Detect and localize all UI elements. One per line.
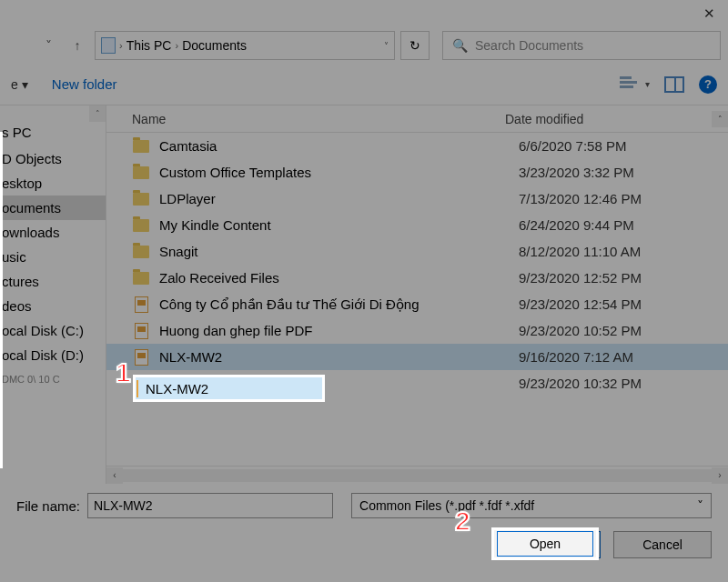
preview-pane-button[interactable]: [664, 76, 684, 93]
file-date: 6/6/2020 7:58 PM: [519, 138, 728, 154]
scroll-track[interactable]: [123, 469, 712, 482]
scroll-left-icon[interactable]: ‹: [106, 467, 123, 484]
search-placeholder: Search Documents: [475, 38, 583, 53]
file-name: NLX-MW2: [159, 349, 519, 365]
sidebar-item[interactable]: s PC: [0, 120, 106, 145]
pdf-file-icon: [136, 380, 138, 397]
filename-input[interactable]: [87, 493, 333, 518]
file-date: 9/16/2020 7:12 AM: [519, 349, 728, 365]
list-view-icon: [620, 76, 640, 93]
file-date: 3/23/2020 3:32 PM: [519, 165, 728, 180]
sidebar-item-cut: DMC 0\ 10 C: [0, 369, 106, 389]
file-date: 9/23/2020 10:52 PM: [519, 323, 728, 338]
help-button[interactable]: ?: [699, 75, 717, 94]
cancel-button[interactable]: Cancel: [613, 531, 712, 558]
file-date: 9/23/2020 12:52 PM: [519, 270, 728, 286]
address-bar-row: ˅ ↑ › This PC › Documents ˅ ↻ 🔍 Search D…: [0, 27, 728, 64]
sidebar-item[interactable]: deos: [0, 294, 106, 318]
list-item[interactable]: Custom Office Templates3/23/2020 3:32 PM: [106, 159, 728, 186]
crop-edge: [0, 132, 3, 468]
highlighted-open-button-overlay[interactable]: Open: [497, 531, 593, 557]
list-item[interactable]: Công ty Cổ phần Đầu tư Thế Giới Di Động9…: [106, 291, 728, 317]
file-name: TGDD: [159, 376, 519, 391]
file-name: Snagit: [159, 244, 519, 259]
highlighted-file-name: NLX-MW2: [146, 381, 208, 396]
chevron-down-icon: ▾: [22, 77, 28, 92]
file-type-label: Common Files (*.pdf *.fdf *.xfdf: [359, 498, 534, 513]
list-item[interactable]: Camtasia6/6/2020 7:58 PM: [106, 133, 728, 159]
file-name: Huong dan ghep file PDF: [159, 323, 519, 338]
scroll-right-icon[interactable]: ›: [712, 467, 728, 484]
navigation-sidebar[interactable]: ˄ s PCD Objectsesktopocumentsownloadsusi…: [0, 105, 106, 484]
chevron-down-icon: ˅: [697, 498, 703, 513]
search-icon: 🔍: [452, 38, 468, 53]
column-header-date[interactable]: Date modified: [505, 112, 712, 126]
horizontal-scrollbar[interactable]: ‹ ›: [106, 466, 728, 484]
file-name: Zalo Received Files: [159, 270, 519, 286]
file-rows: Camtasia6/6/2020 7:58 PMCustom Office Te…: [106, 133, 728, 466]
refresh-button[interactable]: ↻: [400, 31, 430, 60]
list-item[interactable]: My Kindle Content6/24/2020 9:44 PM: [106, 212, 728, 238]
folder-icon: [132, 138, 150, 155]
file-name: Camtasia: [159, 138, 519, 154]
pdf-file-icon: [132, 323, 150, 339]
new-folder-button[interactable]: New folder: [52, 76, 117, 92]
file-date: 6/24/2020 9:44 PM: [519, 217, 728, 233]
pdf-file-icon: [132, 296, 150, 313]
folder-icon: [132, 165, 150, 181]
nav-recent-dropdown[interactable]: ˅: [36, 34, 60, 57]
titlebar: ✕: [0, 0, 728, 27]
list-item[interactable]: Snagit8/12/2020 11:10 AM: [106, 238, 728, 265]
folder-icon: [132, 244, 150, 260]
file-name: Công ty Cổ phần Đầu tư Thế Giới Di Động: [159, 296, 519, 313]
content-scroll-up[interactable]: ˄: [712, 111, 728, 127]
sidebar-item[interactable]: usic: [0, 245, 106, 269]
file-name: Custom Office Templates: [159, 165, 519, 180]
sidebar-item[interactable]: ocal Disk (D:): [0, 343, 106, 367]
folder-icon: [132, 191, 150, 207]
sidebar-item[interactable]: esktop: [0, 171, 106, 196]
breadcrumb-dropdown-icon[interactable]: ˅: [384, 41, 389, 51]
sidebar-item[interactable]: ctures: [0, 269, 106, 294]
nav-back-button[interactable]: [7, 34, 31, 57]
highlighted-file-overlay[interactable]: NLX-MW2: [136, 376, 208, 400]
column-header-name[interactable]: Name: [132, 112, 505, 126]
sidebar-item[interactable]: ocuments: [0, 196, 106, 220]
list-item[interactable]: LDPlayer7/13/2020 12:46 PM: [106, 186, 728, 212]
file-name: LDPlayer: [159, 191, 519, 206]
sidebar-item[interactable]: D Objects: [0, 146, 106, 171]
file-date: 8/12/2020 11:10 AM: [519, 244, 728, 259]
sidebar-item[interactable]: ownloads: [0, 220, 106, 245]
file-name: My Kindle Content: [159, 217, 519, 233]
breadcrumb-separator: ›: [175, 40, 178, 51]
file-date: 7/13/2020 12:46 PM: [519, 191, 728, 206]
breadcrumb-separator: ›: [119, 40, 123, 51]
sidebar-item[interactable]: ocal Disk (C:): [0, 318, 106, 343]
list-item[interactable]: Huong dan ghep file PDF9/23/2020 10:52 P…: [106, 317, 728, 344]
file-open-dialog: ✕ ˅ ↑ › This PC › Documents ˅ ↻ 🔍 Search…: [0, 0, 728, 582]
nav-up-button[interactable]: ↑: [66, 34, 89, 57]
file-list-pane: Name Date modified ˄ Camtasia6/6/2020 7:…: [106, 105, 728, 484]
breadcrumb-seg-thispc[interactable]: This PC: [126, 38, 172, 53]
breadcrumb-seg-documents[interactable]: Documents: [182, 38, 247, 53]
column-header-row: Name Date modified ˄: [106, 105, 728, 133]
dialog-body: ˄ s PCD Objectsesktopocumentsownloadsusi…: [0, 105, 728, 484]
organize-menu[interactable]: e ▾: [11, 77, 28, 92]
search-input[interactable]: 🔍 Search Documents: [442, 31, 721, 60]
file-date: 9/23/2020 12:54 PM: [519, 296, 728, 312]
document-location-icon: [101, 37, 116, 54]
file-type-filter[interactable]: Common Files (*.pdf *.fdf *.xfdf ˅: [351, 493, 712, 518]
list-item-selected[interactable]: NLX-MW29/16/2020 7:12 AM: [106, 344, 728, 370]
folder-icon: [132, 270, 150, 286]
toolbar: e ▾ New folder ▾ ?: [0, 64, 728, 105]
close-icon[interactable]: ✕: [703, 5, 715, 22]
view-mode-button[interactable]: ▾: [620, 76, 650, 93]
file-date: 9/23/2020 10:32 PM: [519, 376, 728, 391]
dialog-footer: File name: Common Files (*.pdf *.fdf *.x…: [0, 484, 728, 569]
breadcrumb[interactable]: › This PC › Documents ˅: [95, 31, 395, 60]
list-item[interactable]: Zalo Received Files9/23/2020 12:52 PM: [106, 265, 728, 291]
folder-icon: [132, 217, 150, 234]
chevron-down-icon: ▾: [645, 79, 650, 89]
sidebar-scroll-up[interactable]: ˄: [89, 105, 106, 122]
filename-label: File name:: [16, 498, 80, 514]
